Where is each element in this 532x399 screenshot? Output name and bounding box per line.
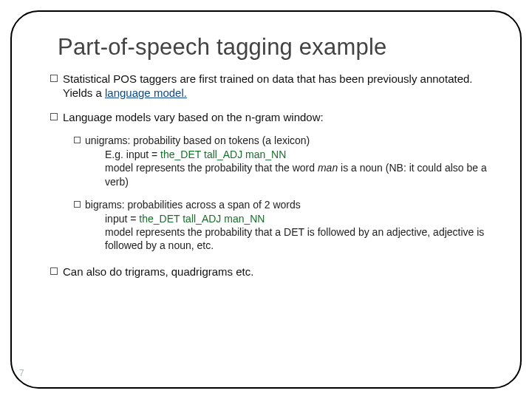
slide: Part-of-speech tagging example Statistic… <box>0 0 532 399</box>
slide-frame: Part-of-speech tagging example Statistic… <box>10 10 522 389</box>
sub-head-text: bigrams: probabilities across a span of … <box>85 199 491 211</box>
sub-line-model: model represents the probability that a … <box>105 225 491 252</box>
square-bullet-icon <box>74 137 81 143</box>
sub-head-text: unigrams: probability based on tokens (a… <box>85 134 491 146</box>
bullet-stat-taggers: Statistical POS taggers are first traine… <box>50 72 491 100</box>
slide-title: Part-of-speech tagging example <box>58 34 491 61</box>
sub-line-eg: E.g. input = the_DET tall_ADJ man_NN <box>105 148 491 161</box>
sub-line-prefix: E.g. input = <box>105 149 160 160</box>
square-bullet-icon <box>50 113 58 120</box>
sub-head-unigrams: unigrams: probability based on tokens (a… <box>74 134 491 146</box>
sub-line-model: model represents the probability that th… <box>105 161 491 188</box>
bullet-link: language model. <box>105 86 187 99</box>
page-number: 7 <box>19 368 24 378</box>
bullet-text: Statistical POS taggers are first traine… <box>63 72 491 100</box>
sub-line-input: input = the_DET tall_ADJ man_NN <box>105 212 491 225</box>
bullet-text: Can also do trigrams, quadrigrams etc. <box>63 265 491 279</box>
bullet-text: Language models vary based on the n-gram… <box>63 111 491 125</box>
square-bullet-icon <box>50 267 58 275</box>
bullet-trigrams: Can also do trigrams, quadrigrams etc. <box>50 265 491 279</box>
sub-head-bigrams: bigrams: probabilities across a span of … <box>74 199 491 211</box>
sub-unigrams: unigrams: probability based on tokens (a… <box>74 134 491 188</box>
sub-bigrams: bigrams: probabilities across a span of … <box>74 199 491 253</box>
square-bullet-icon <box>50 75 58 82</box>
sub-line-input-value: the_DET tall_ADJ man_NN <box>139 213 265 225</box>
sub-line-input: the_DET tall_ADJ man_NN <box>160 149 286 160</box>
sub-line-man: man <box>318 162 338 174</box>
bullet-ngram-window: Language models vary based on the n-gram… <box>50 111 491 125</box>
square-bullet-icon <box>74 201 81 208</box>
sub-line-pre: model represents the probability that th… <box>105 162 318 174</box>
sub-line-prefix: input = <box>105 213 139 225</box>
